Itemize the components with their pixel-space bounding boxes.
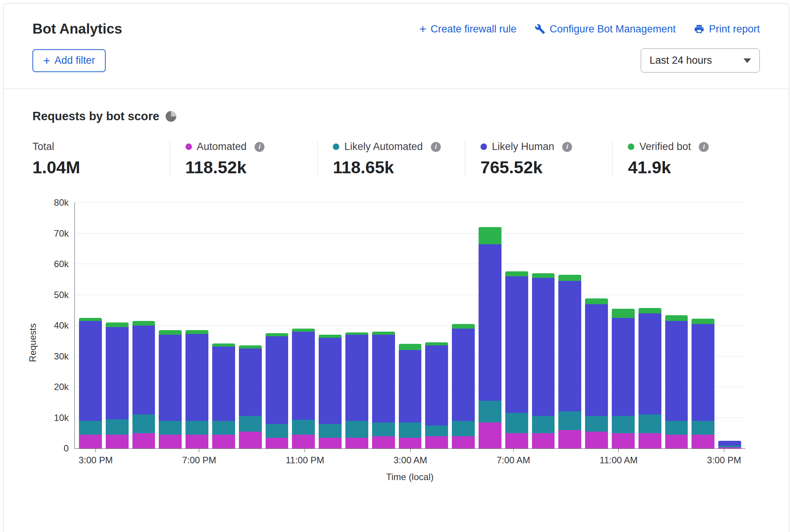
bar-segment-automated — [106, 435, 129, 448]
bar-segment-likely-automated — [399, 422, 422, 438]
bar-segment-likely-human — [718, 441, 741, 446]
bar-segment-automated — [372, 436, 395, 448]
stat-likely-automated: Likely Automated i 118.65k — [317, 141, 465, 177]
bar-segment-likely-automated — [665, 421, 688, 435]
x-tick-slot — [264, 449, 282, 466]
x-ticks: 3:00 PM7:00 PM11:00 PM3:00 AM7:00 AM11:0… — [74, 449, 745, 466]
stats-row: Total 1.04M Automated i 118.52k Likely A… — [32, 141, 760, 177]
bar-segment-likely-automated — [345, 421, 368, 438]
x-tick-slot — [453, 449, 471, 466]
stat-value: 41.9k — [628, 158, 751, 177]
x-tick-label: 7:00 PM — [182, 455, 216, 466]
bar-segment-verified-bot — [106, 322, 129, 327]
info-icon[interactable]: i — [255, 142, 264, 152]
bar-segment-likely-human — [399, 350, 422, 422]
bar-segment-automated — [585, 432, 608, 448]
plus-icon: + — [43, 55, 50, 67]
bar-segment-likely-automated — [505, 413, 528, 433]
x-tick-slot: 3:00 PM — [79, 449, 113, 466]
x-tick-slot — [160, 449, 178, 466]
x-tick-slot — [431, 449, 449, 466]
stat-likely-human: Likely Human i 765.52k — [465, 141, 613, 177]
bar-segment-automated — [319, 438, 342, 448]
wrench-icon — [535, 24, 545, 34]
bar-segment-verified-bot — [479, 227, 501, 244]
x-tick-slot — [116, 449, 134, 466]
legend-dot — [628, 143, 634, 150]
x-tick-mark — [618, 449, 619, 452]
add-filter-button[interactable]: + Add filter — [32, 49, 106, 72]
x-tick-slot — [328, 449, 346, 466]
x-tick-mark — [305, 449, 305, 452]
bar-segment-likely-human — [558, 281, 581, 411]
bar-segment-automated — [718, 447, 741, 448]
bar-segment-likely-automated — [159, 421, 182, 435]
bar-segment-likely-human — [79, 321, 102, 421]
bar-segment-verified-bot — [79, 318, 102, 321]
bar-segment-automated — [479, 422, 501, 448]
action-label: Print report — [709, 23, 760, 35]
x-tick-slot — [685, 449, 703, 466]
bar-segment-verified-bot — [425, 342, 448, 345]
print-report-link[interactable]: Print report — [694, 23, 760, 35]
y-tick-label: 70k — [54, 228, 69, 239]
bar-segment-verified-bot — [399, 344, 422, 350]
bar-segment-likely-automated — [425, 426, 448, 436]
bar-segment-verified-bot — [505, 271, 528, 277]
x-tick-label: 11:00 AM — [600, 455, 638, 466]
bar-segment-likely-automated — [185, 421, 208, 435]
info-icon[interactable]: i — [699, 142, 709, 152]
bar-segment-verified-bot — [159, 330, 182, 335]
info-icon[interactable]: i — [562, 142, 572, 152]
bar-0 — [79, 203, 102, 448]
bar-segment-automated — [79, 435, 102, 448]
bot-analytics-card: Bot Analytics + Create firewall rule Con… — [3, 3, 789, 532]
bar-15 — [479, 203, 501, 448]
chevron-down-icon — [743, 58, 751, 63]
info-icon[interactable]: i — [431, 142, 441, 152]
bar-segment-likely-automated — [372, 422, 395, 436]
bar-segment-likely-automated — [79, 421, 102, 435]
bar-segment-likely-automated — [319, 424, 342, 438]
bar-segment-likely-human — [319, 338, 342, 424]
bar-segment-likely-automated — [692, 421, 714, 435]
time-range-value: Last 24 hours — [650, 55, 712, 66]
bar-segment-automated — [185, 435, 208, 448]
y-tick-label: 50k — [54, 290, 69, 300]
bar-24 — [718, 203, 741, 448]
bar-segment-automated — [532, 433, 555, 448]
header: Bot Analytics + Create firewall rule Con… — [3, 3, 789, 89]
configure-bot-management-link[interactable]: Configure Bot Management — [535, 23, 676, 35]
x-tick-slot — [556, 449, 574, 466]
y-tick-label: 60k — [54, 259, 69, 269]
bar-segment-likely-human — [372, 335, 395, 422]
bar-segment-verified-bot — [532, 273, 555, 278]
header-actions: + Create firewall rule Configure Bot Man… — [419, 23, 760, 35]
bar-segment-likely-human — [532, 278, 555, 416]
x-tick-slot: 11:00 PM — [285, 449, 324, 466]
legend-dot — [480, 143, 487, 150]
bar-segment-verified-bot — [612, 309, 635, 318]
bar-segment-likely-human — [345, 335, 368, 421]
bar-segment-automated — [425, 436, 448, 448]
x-tick-slot — [475, 449, 493, 466]
bar-segment-verified-bot — [185, 330, 208, 334]
bar-segment-automated — [345, 438, 368, 448]
x-tick-slot — [139, 449, 156, 466]
x-axis-title: Time (local) — [74, 472, 745, 482]
x-tick-slot: 3:00 PM — [707, 449, 741, 466]
bar-12 — [399, 203, 422, 448]
bar-segment-likely-human — [692, 324, 714, 421]
bar-segment-likely-automated — [212, 421, 235, 435]
y-tick-label: 40k — [54, 320, 69, 331]
x-tick-label: 3:00 PM — [79, 455, 113, 466]
bar-segment-likely-human — [452, 329, 475, 421]
bar-segment-automated — [665, 435, 688, 448]
bar-segment-likely-human — [159, 335, 182, 421]
bar-segment-likely-human — [425, 345, 448, 425]
action-label: Create firewall rule — [430, 23, 516, 35]
bar-segment-likely-automated — [558, 411, 581, 430]
time-range-dropdown[interactable]: Last 24 hours — [641, 48, 760, 73]
stat-automated: Automated i 118.52k — [170, 141, 318, 177]
create-firewall-rule-link[interactable]: + Create firewall rule — [419, 23, 516, 35]
